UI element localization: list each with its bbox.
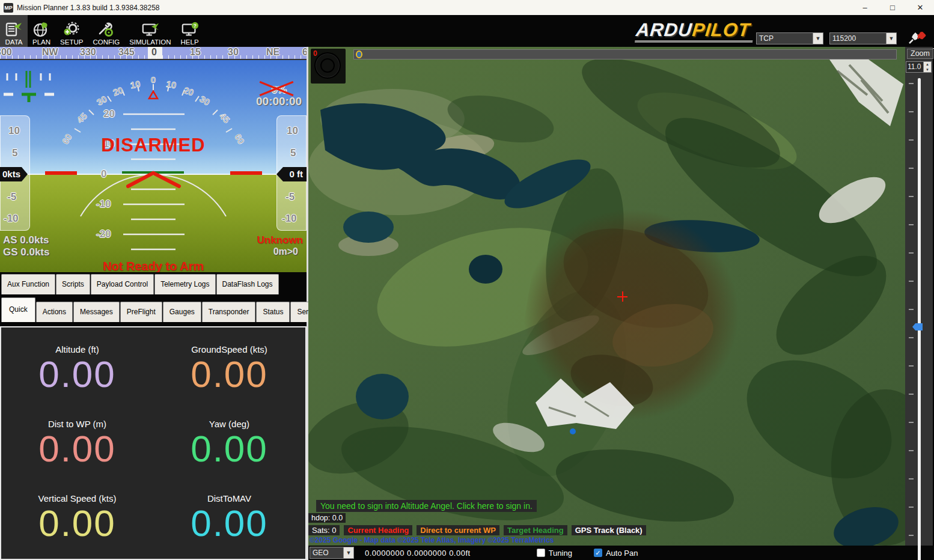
svg-text:?: ?	[193, 23, 196, 29]
tab-quick[interactable]: Quick	[1, 297, 35, 322]
quick-value: 0.00	[38, 505, 116, 542]
coord-system-select[interactable]: GEO ▼	[310, 547, 354, 559]
speed-tick: 5	[12, 147, 17, 159]
tab-preflight[interactable]: PreFlight	[120, 302, 162, 322]
zoom-spinner[interactable]: 11.0 ▲▼	[906, 61, 932, 73]
hud-compass-strip: 300 NW 330 345 0 15 30 NE 6	[0, 47, 307, 60]
pitch-label: -10	[96, 198, 111, 210]
map-home-marker	[617, 291, 627, 302]
hdop-readout: hdop: 0.0	[308, 513, 346, 523]
altitude-angel-signin-link[interactable]: You need to sign into Altitude Angel. Cl…	[316, 500, 537, 512]
baud-select[interactable]: 115200 ▼	[829, 32, 897, 44]
tab-transponder[interactable]: Transponder	[202, 302, 256, 322]
alt-tick: 10	[287, 125, 298, 137]
chevron-down-icon[interactable]: ▼	[813, 33, 823, 44]
quick-item-disttomav[interactable]: DistToMAV 0.00	[153, 481, 305, 555]
tab-aux-function[interactable]: Aux Function	[1, 274, 55, 294]
chevron-down-icon[interactable]: ▼	[886, 33, 896, 44]
zoom-spin-buttons[interactable]: ▲▼	[923, 62, 931, 72]
tuning-checkbox[interactable]: Tuning	[537, 549, 572, 558]
arm-status-text: Not Ready to Arm	[0, 260, 307, 272]
svg-text:10: 10	[165, 79, 177, 91]
quick-value: 0.00	[191, 430, 268, 467]
titlebar: MP Mission Planner 1.3.83 build 1.3.9384…	[0, 0, 934, 15]
map-area: 0 You need to sign into Altitude Angel. …	[308, 47, 934, 560]
quick-item-groundspeed[interactable]: GroundSpeed (kts) 0.00	[153, 331, 305, 406]
svg-text:30: 30	[95, 94, 109, 108]
quick-value: 0.00	[191, 356, 268, 393]
nav-label: HELP	[181, 38, 199, 46]
alt-tick: -5	[285, 191, 295, 203]
speed-tick: 10	[8, 125, 20, 137]
map-canvas[interactable]: 0 You need to sign into Altitude Angel. …	[308, 47, 905, 546]
tab-scripts[interactable]: Scripts	[56, 274, 90, 294]
quick-item-altitude[interactable]: Altitude (ft) 0.00	[1, 331, 153, 406]
airspeed-text: AS 0.0kts	[3, 234, 49, 246]
protocol-select[interactable]: TCP ▼	[756, 32, 823, 44]
tab-actions[interactable]: Actions	[36, 302, 73, 322]
aircraft-symbol	[128, 173, 179, 186]
svg-text:10: 10	[129, 79, 141, 91]
checkbox-icon[interactable]	[537, 549, 545, 557]
flight-timer: 00:00:00	[256, 95, 302, 108]
nav-simulation[interactable]: SIMULATION	[124, 15, 176, 47]
nav-label: SIMULATION	[129, 38, 171, 46]
cursor-coordinates: 0.0000000 0.0000000 0.00ft	[365, 549, 471, 558]
tab-dataflash-logs[interactable]: DataFlash Logs	[216, 274, 279, 294]
disarmed-status: DISARMED	[0, 135, 307, 156]
nav-label: DATA	[5, 38, 23, 46]
app-icon: MP	[4, 3, 13, 13]
quick-item-dist-to-wp[interactable]: Dist to WP (m) 0.00	[1, 406, 153, 480]
nav-help[interactable]: ? HELP	[176, 15, 204, 47]
map-statusbar: GEO ▼ 0.0000000 0.0000000 0.00ft Tuning …	[308, 546, 934, 560]
sats-readout: Sats: 0	[308, 525, 340, 535]
progress-strip	[353, 49, 897, 59]
svg-text:0: 0	[151, 75, 156, 85]
zoom-slider-thumb[interactable]	[912, 323, 923, 330]
nav-data[interactable]: DATA	[0, 15, 28, 47]
pitch-label: -20	[96, 228, 111, 240]
quick-value: 0.00	[38, 430, 116, 467]
tab-status[interactable]: Status	[256, 302, 290, 322]
nav-plan[interactable]: PLAN	[28, 15, 55, 47]
zoom-value: 11.0	[906, 62, 923, 72]
tab-telemetry-logs[interactable]: Telemetry Logs	[154, 274, 215, 294]
pitch-label: 20	[103, 108, 115, 120]
data-flight-icon	[5, 20, 23, 38]
left-panel: 300 NW 330 345 0 15 30 NE 6	[0, 47, 308, 560]
roll-pointer	[149, 91, 157, 99]
zoom-slider[interactable]	[918, 78, 921, 560]
tab-payload-control[interactable]: Payload Control	[91, 274, 154, 294]
tab-gauges[interactable]: Gauges	[163, 302, 201, 322]
nav-config[interactable]: CONFIG	[88, 15, 124, 47]
quick-item-yaw[interactable]: Yaw (deg) 0.00	[153, 406, 305, 480]
help-monitor-icon: ?	[181, 20, 199, 38]
plan-globe-icon	[32, 20, 50, 38]
nav-setup[interactable]: SETUP	[55, 15, 88, 47]
checkbox-checked-icon[interactable]: ✓	[594, 549, 602, 557]
autopan-label: Auto Pan	[606, 549, 638, 558]
tab-messages[interactable]: Messages	[73, 302, 120, 322]
quick-value: 0.00	[38, 356, 116, 393]
svg-text:20: 20	[182, 85, 195, 98]
maximize-button[interactable]: □	[879, 0, 906, 15]
spin-up-icon: ▲	[924, 62, 931, 67]
ardupilot-logo: ARDUPILOT	[635, 20, 755, 43]
legend-gps-track: GPS Track (Black)	[572, 525, 646, 535]
nav-label: PLAN	[32, 38, 50, 46]
map-legend-row: Sats: 0 Current Heading Direct to curren…	[308, 525, 646, 535]
svg-text:20: 20	[111, 85, 124, 98]
close-button[interactable]: ✕	[906, 0, 934, 15]
mission-planner-window: MP Mission Planner 1.3.83 build 1.3.9384…	[0, 0, 934, 560]
window-title: Mission Planner 1.3.83 build 1.3.9384.38…	[17, 4, 160, 12]
speed-tick: -10	[4, 213, 19, 225]
autopan-checkbox[interactable]: ✓ Auto Pan	[594, 549, 638, 558]
quick-item-vertical-speed[interactable]: Vertical Speed (kts) 0.00	[1, 481, 153, 555]
alt-tick: 5	[290, 147, 296, 159]
protocol-value: TCP	[757, 33, 813, 44]
minimize-button[interactable]: –	[851, 0, 879, 15]
simulation-monitor-icon	[141, 20, 159, 38]
nav-label: SETUP	[60, 38, 83, 46]
alt-tick: -10	[282, 213, 297, 225]
chevron-down-icon[interactable]: ▼	[343, 547, 353, 558]
